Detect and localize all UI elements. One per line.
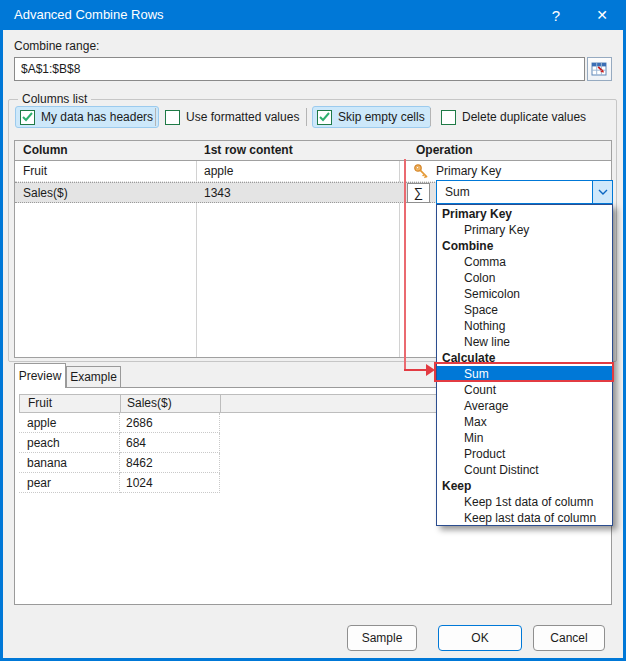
column-name: Sales($) xyxy=(15,183,196,202)
checkbox-label: Delete duplicate values xyxy=(462,110,586,124)
cancel-button[interactable]: Cancel xyxy=(533,625,605,651)
dropdown-item[interactable]: Semicolon xyxy=(437,286,612,302)
sample-button[interactable]: Sample xyxy=(347,625,417,651)
combine-range-label: Combine range: xyxy=(14,39,99,53)
annotation-highlight-box xyxy=(434,362,614,382)
dialog-title: Advanced Combine Rows xyxy=(14,0,164,30)
close-icon: ✕ xyxy=(596,7,608,23)
dropdown-item[interactable]: New line xyxy=(437,334,612,350)
dropdown-item[interactable]: Space xyxy=(437,302,612,318)
checkbox[interactable] xyxy=(317,110,332,125)
tab-example[interactable]: Example xyxy=(66,366,121,387)
help-icon: ? xyxy=(552,7,560,24)
dropdown-item[interactable]: Average xyxy=(437,398,612,414)
dropdown-item[interactable]: Keep xyxy=(437,478,612,494)
preview-fruit-cell: banana xyxy=(19,453,120,473)
preview-fruit-cell: apple xyxy=(19,413,120,433)
check-icon xyxy=(22,112,33,122)
header-column: Column xyxy=(15,141,196,160)
combobox-value: Sum xyxy=(437,185,592,199)
tab-preview[interactable]: Preview xyxy=(14,363,66,388)
tab-label: Preview xyxy=(19,369,62,383)
ok-button[interactable]: OK xyxy=(438,625,522,651)
advanced-combine-rows-dialog: Advanced Combine Rows ? ✕ Combine range:… xyxy=(0,0,626,661)
help-button[interactable]: ? xyxy=(541,1,571,29)
sigma-icon: ∑ xyxy=(407,183,430,203)
preview-sales-cell: 1024 xyxy=(120,473,220,493)
dropdown-item[interactable]: Keep 1st data of column xyxy=(437,494,612,510)
preview-fruit-cell: pear xyxy=(19,473,120,493)
first-row-value: 1343 xyxy=(196,183,399,202)
key-icon xyxy=(413,163,430,179)
columns-table-header: Column 1st row content Operation xyxy=(15,141,611,161)
checkbox[interactable] xyxy=(20,110,35,125)
first-row-value: apple xyxy=(196,161,399,181)
dropdown-item[interactable]: Primary Key xyxy=(437,222,612,238)
range-selector-button[interactable] xyxy=(587,57,612,81)
preview-sales-cell: 684 xyxy=(120,433,220,453)
checkbox[interactable] xyxy=(165,110,180,125)
dropdown-item[interactable]: Product xyxy=(437,446,612,462)
dropdown-item[interactable]: Nothing xyxy=(437,318,612,334)
preview-sales-cell: 2686 xyxy=(120,413,220,433)
divider xyxy=(306,108,307,126)
checkbox-option[interactable]: Use formatted values xyxy=(160,106,305,128)
divider xyxy=(155,108,156,126)
divider xyxy=(430,108,431,126)
checkbox[interactable] xyxy=(441,110,456,125)
checkbox-label: My data has headers xyxy=(41,110,153,124)
dropdown-item[interactable]: Max xyxy=(437,414,612,430)
operation-combobox[interactable]: Sum xyxy=(436,180,613,204)
header-options-row: My data has headers Use formatted values… xyxy=(0,106,626,128)
annotation-arrow-line xyxy=(404,369,428,371)
preview-header-sales: Sales($) xyxy=(121,395,221,412)
preview-sales-cell: 8462 xyxy=(120,453,220,473)
preview-fruit-cell: peach xyxy=(19,433,120,453)
dropdown-item[interactable]: Keep last data of column xyxy=(437,510,612,526)
dropdown-item[interactable]: Min xyxy=(437,430,612,446)
range-selector-icon xyxy=(591,62,608,77)
preview-header-fruit: Fruit xyxy=(20,395,121,412)
checkbox-option[interactable]: Skip empty cells xyxy=(312,106,431,128)
dropdown-item[interactable]: Count xyxy=(437,382,612,398)
table-row[interactable]: Fruit apple Primary Key xyxy=(15,161,611,182)
operation-value: Primary Key xyxy=(436,161,501,182)
check-icon xyxy=(319,112,330,122)
tab-label: Example xyxy=(70,370,117,384)
columns-list-label: Columns list xyxy=(18,92,91,106)
checkbox-option[interactable]: Delete duplicate values xyxy=(436,106,592,128)
dropdown-item[interactable]: Count Distinct xyxy=(437,462,612,478)
dropdown-item[interactable]: Comma xyxy=(437,254,612,270)
column-name: Fruit xyxy=(15,161,196,181)
combine-range-input[interactable]: $A$1:$B$8 xyxy=(14,57,585,81)
checkbox-label: Skip empty cells xyxy=(338,110,425,124)
chevron-down-icon xyxy=(598,188,608,196)
close-button[interactable]: ✕ xyxy=(587,1,617,29)
combobox-dropdown-button[interactable] xyxy=(592,181,612,203)
dropdown-item[interactable]: Colon xyxy=(437,270,612,286)
header-operation: Operation xyxy=(399,141,611,160)
header-first-row-content: 1st row content xyxy=(196,141,399,160)
dropdown-item[interactable]: Primary Key xyxy=(437,206,612,222)
annotation-arrow-line xyxy=(404,159,406,371)
checkbox-option[interactable]: My data has headers xyxy=(15,106,159,128)
checkbox-label: Use formatted values xyxy=(186,110,299,124)
dropdown-item[interactable]: Combine xyxy=(437,238,612,254)
